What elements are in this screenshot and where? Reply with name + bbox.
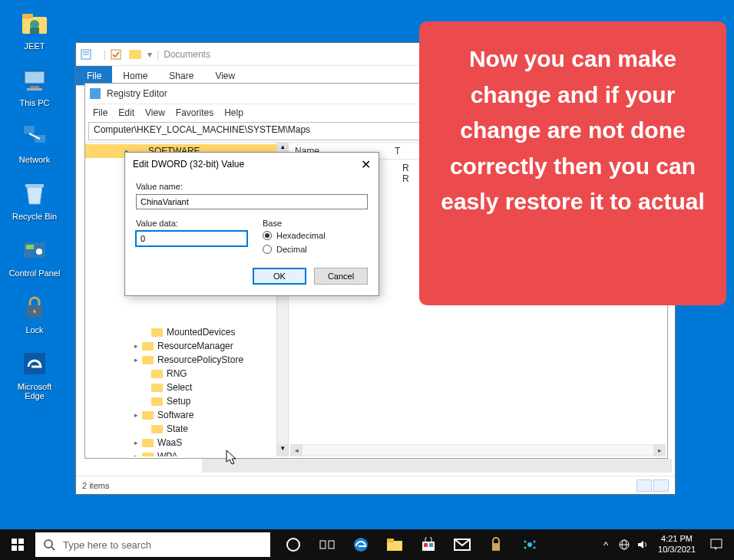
tree-item[interactable]: ▸ResourceManager	[85, 339, 288, 353]
tree-item[interactable]: MountedDevices	[85, 325, 288, 339]
properties-icon[interactable]	[81, 49, 91, 60]
svg-point-39	[534, 547, 536, 549]
tree-twisty-icon[interactable]: ▸	[131, 411, 141, 419]
desktop-icon-this-pc[interactable]: This PC	[0, 64, 69, 107]
svg-rect-26	[329, 541, 334, 548]
menu-edit[interactable]: Edit	[118, 107, 134, 118]
desktop-icon-label: This PC	[19, 98, 49, 107]
search-icon	[43, 539, 55, 551]
menu-file[interactable]: File	[93, 107, 107, 118]
app-icon[interactable]	[513, 529, 547, 560]
radio-hex-label: Hexadecimal	[276, 231, 326, 240]
radio-dec[interactable]: Decimal	[263, 245, 368, 254]
task-view-icon[interactable]	[310, 529, 344, 560]
tree-twisty-icon[interactable]: ▸	[131, 453, 141, 456]
desktop-icon-label: Lock	[25, 325, 43, 334]
edge-icon	[19, 348, 50, 379]
lock-icon	[19, 292, 50, 322]
tree-item[interactable]: ▸Software	[85, 408, 288, 422]
desktop-icon-edge[interactable]: Microsoft Edge	[0, 348, 69, 400]
scroll-left-icon[interactable]: ◂	[290, 444, 303, 456]
regedit-title: Registry Editor	[107, 88, 167, 99]
tree-item[interactable]: Select	[85, 380, 288, 394]
value-name-input[interactable]	[136, 194, 368, 209]
radio-hex[interactable]: Hexadecimal	[263, 231, 368, 240]
values-hscrollbar[interactable]: ◂ ▸	[290, 444, 666, 456]
close-icon[interactable]: ✕	[361, 157, 371, 172]
folder-icon	[151, 328, 163, 337]
dialog-title-text: Edit DWORD (32-bit) Value	[133, 159, 244, 170]
tree-item[interactable]: State	[85, 422, 288, 436]
start-button[interactable]	[0, 529, 35, 560]
tree-item-label: WaaS	[157, 437, 182, 448]
desktop-icon-jeet[interactable]: JEET	[0, 8, 69, 51]
search-placeholder: Type here to search	[63, 539, 151, 551]
tree-item[interactable]: ▸ResourcePolicyStore	[85, 353, 288, 367]
control-panel-icon	[19, 235, 50, 265]
tree-twisty-icon[interactable]: ▸	[131, 439, 141, 446]
network-tray-icon[interactable]	[615, 539, 633, 551]
tray-chevron-icon[interactable]: ^	[597, 539, 615, 551]
tree-twisty-icon[interactable]: ▸	[131, 342, 141, 350]
desktop-icon-network[interactable]: Network	[0, 121, 69, 164]
scroll-right-icon[interactable]: ▸	[653, 444, 666, 456]
desktop-icon-label: Recycle Bin	[12, 212, 57, 221]
folder-icon	[142, 411, 154, 420]
svg-rect-11	[25, 184, 44, 187]
svg-point-37	[534, 541, 536, 543]
mail-icon[interactable]	[445, 529, 479, 560]
desktop-icon-control-panel[interactable]: Control Panel	[0, 235, 69, 278]
tree-item[interactable]: Setup	[85, 394, 288, 408]
taskbar-search[interactable]: Type here to search	[35, 532, 270, 557]
menu-help[interactable]: Help	[224, 107, 243, 118]
tree-item-label: ResourcePolicyStore	[157, 354, 243, 365]
view-large-icon[interactable]	[653, 479, 669, 492]
regedit-app-icon	[90, 88, 101, 99]
menu-view[interactable]: View	[145, 107, 165, 118]
action-center-icon[interactable]	[702, 538, 731, 552]
svg-rect-29	[387, 539, 394, 542]
menu-favorites[interactable]: Favorites	[176, 107, 213, 118]
chevron-down-icon[interactable]: ▾	[147, 49, 152, 60]
radio-icon[interactable]	[263, 231, 272, 240]
security-icon[interactable]	[479, 529, 513, 560]
network-icon	[19, 121, 50, 152]
svg-rect-8	[24, 126, 35, 133]
ok-button[interactable]: OK	[253, 268, 306, 285]
tree-item[interactable]: ▸WPA	[85, 450, 288, 456]
volume-icon[interactable]	[633, 539, 652, 551]
edge-taskbar-icon[interactable]	[344, 529, 378, 560]
tree-item[interactable]: ▸WaaS	[85, 436, 288, 450]
svg-rect-13	[26, 245, 34, 249]
svg-rect-5	[25, 72, 44, 83]
desktop-icon-lock[interactable]: Lock	[0, 292, 69, 334]
status-item-count: 2 items	[82, 481, 109, 490]
tree-item-label: ResourceManager	[157, 341, 233, 351]
svg-rect-6	[30, 86, 39, 88]
tree-item[interactable]: RNG	[85, 367, 288, 380]
radio-icon[interactable]	[263, 245, 272, 254]
folder-icon	[142, 453, 154, 457]
value-name-label: Value name:	[136, 182, 368, 191]
tree-twisty-icon[interactable]: ▸	[131, 356, 141, 364]
svg-rect-17	[24, 353, 45, 374]
svg-rect-34	[492, 543, 500, 551]
separator: |	[157, 49, 159, 60]
desktop-icon-recycle-bin[interactable]: Recycle Bin	[0, 178, 69, 221]
view-details-icon[interactable]	[636, 479, 652, 492]
value-data-input[interactable]	[136, 231, 247, 246]
checkbox-icon[interactable]	[111, 49, 121, 60]
file-explorer-taskbar-icon[interactable]	[378, 529, 412, 560]
cortana-icon[interactable]	[276, 529, 310, 560]
store-icon[interactable]	[412, 529, 445, 560]
taskbar-clock[interactable]: 4:21 PM 10/3/2021	[652, 534, 702, 555]
computer-icon	[19, 64, 50, 95]
separator: |	[104, 49, 106, 60]
desktop-icon-label: Control Panel	[9, 268, 61, 278]
cancel-button[interactable]: Cancel	[314, 268, 368, 285]
svg-rect-7	[27, 88, 42, 91]
explorer-horiz-scrollbar[interactable]	[202, 459, 672, 473]
svg-rect-3	[30, 28, 39, 34]
svg-rect-21	[111, 50, 121, 59]
dialog-titlebar[interactable]: Edit DWORD (32-bit) Value ✕	[125, 153, 379, 176]
